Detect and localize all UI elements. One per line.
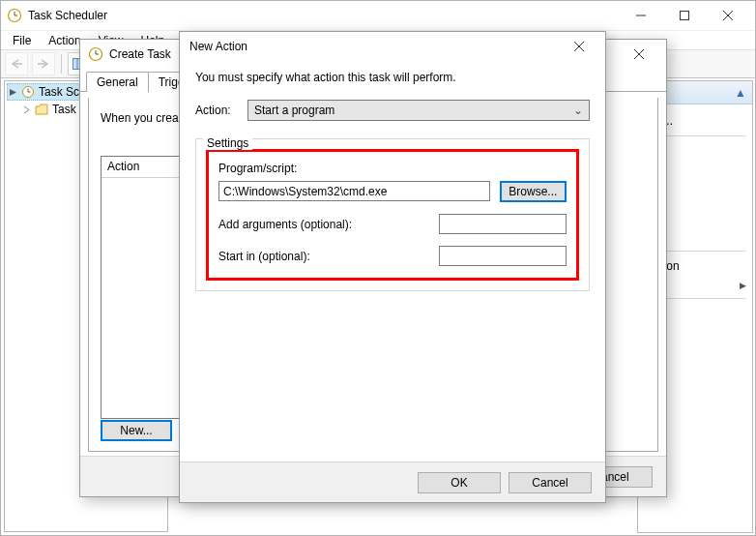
program-label: Program/script: [218, 162, 567, 175]
clock-icon [88, 46, 103, 62]
expand-icon[interactable] [22, 105, 31, 114]
program-input[interactable] [218, 181, 490, 201]
new-action-dialog: New Action You must specify what action … [179, 31, 606, 503]
highlight-box: Program/script: Browse... Add arguments … [206, 149, 579, 281]
settings-label: Settings [203, 136, 252, 150]
svg-rect-4 [680, 12, 688, 20]
clock-icon [21, 85, 35, 99]
tab-general[interactable]: General [86, 72, 149, 92]
close-button[interactable] [563, 36, 596, 57]
expand-icon[interactable] [9, 88, 17, 97]
back-button[interactable] [5, 52, 28, 75]
minimize-button[interactable] [619, 2, 662, 29]
startin-label: Start in (optional): [218, 250, 310, 263]
new-action-titlebar[interactable]: New Action [180, 32, 605, 61]
menu-file[interactable]: File [5, 32, 39, 49]
main-titlebar[interactable]: Task Scheduler [1, 1, 755, 30]
dialog-description: You must specify what action this task w… [195, 71, 590, 84]
toolbar-separator [61, 54, 62, 74]
new-action-footer: OK Cancel [180, 462, 605, 502]
action-dropdown-value: Start a program [254, 104, 334, 117]
action-label: Action: [195, 104, 247, 117]
maximize-button[interactable] [662, 2, 706, 29]
chevron-down-icon: ⌄ [573, 104, 583, 117]
arguments-input[interactable] [439, 214, 567, 234]
arguments-label: Add arguments (optional): [218, 218, 352, 231]
startin-input[interactable] [439, 246, 567, 266]
chevron-right-icon: ▶ [740, 281, 746, 290]
new-action-body: You must specify what action this task w… [180, 61, 605, 291]
new-action-title: New Action [189, 40, 247, 53]
main-title: Task Scheduler [28, 9, 619, 22]
cancel-button[interactable]: Cancel [509, 472, 592, 493]
settings-group: Program/script: Browse... Add arguments … [195, 138, 590, 291]
folder-icon [35, 104, 48, 115]
new-button[interactable]: New... [101, 420, 172, 441]
clock-icon [7, 8, 22, 23]
browse-button[interactable]: Browse... [500, 181, 567, 202]
forward-button[interactable] [32, 52, 55, 75]
ok-button[interactable]: OK [418, 472, 501, 493]
collapse-icon[interactable]: ▲ [735, 86, 746, 100]
close-button[interactable] [706, 2, 749, 29]
action-dropdown[interactable]: Start a program ⌄ [247, 100, 590, 121]
close-button[interactable] [620, 43, 658, 66]
